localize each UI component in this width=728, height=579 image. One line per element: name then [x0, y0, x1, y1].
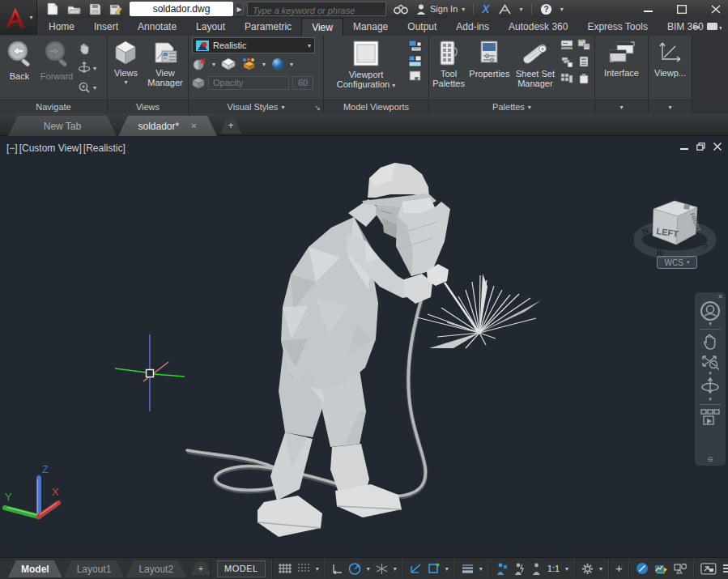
materials-icon[interactable]	[241, 57, 257, 70]
environment-icon[interactable]	[271, 57, 284, 70]
drawing-area[interactable]: Z Y X [−] [Custom View] [Realistic]	[0, 136, 728, 557]
command-line-icon[interactable]	[560, 39, 574, 53]
polar-caret-icon[interactable]: ▾	[367, 565, 370, 573]
title-expand-icon[interactable]: ▶	[235, 2, 244, 15]
new-drawing-button[interactable]: +	[220, 117, 241, 134]
markup-manager-icon[interactable]	[560, 73, 574, 87]
open-folder-icon[interactable]	[66, 2, 81, 16]
panel-label-model-viewports[interactable]: Model Viewports	[324, 100, 428, 113]
workspace-caret-icon[interactable]: ▾	[599, 565, 602, 573]
autodesk360-icon[interactable]	[498, 4, 512, 15]
view-control[interactable]: [Custom View]	[19, 143, 82, 154]
visual-style-control[interactable]: [Realistic]	[83, 143, 126, 154]
application-menu-button[interactable]: ▾	[0, 0, 37, 35]
maximize-button[interactable]	[675, 2, 689, 15]
orbit-caret-icon[interactable]: ▾	[93, 65, 96, 72]
isometric-caret-icon[interactable]: ▾	[394, 565, 397, 573]
zoom-extents-button[interactable]: ▾	[78, 78, 96, 97]
named-viewports-icon[interactable]	[408, 40, 422, 52]
navbar-customize-icon[interactable]: ⊖	[707, 455, 713, 463]
minimize-button[interactable]	[641, 2, 655, 15]
wcs-dropdown[interactable]: WCS▾	[657, 256, 697, 269]
tab-view[interactable]: View	[301, 18, 343, 36]
interface-button[interactable]: Interface	[598, 37, 645, 100]
materials-caret-icon[interactable]: ▾	[262, 61, 266, 68]
navbar-orbit-button[interactable]: ▾	[700, 376, 721, 402]
tab-addins[interactable]: Add-ins	[446, 18, 499, 36]
tab-overflow-icon[interactable]: ▸▸	[693, 23, 700, 31]
layout1-tab[interactable]: Layout1	[64, 560, 125, 577]
tray-plus-icon[interactable]: +	[615, 564, 623, 573]
visual-style-caret-icon[interactable]: ▾	[308, 42, 311, 49]
close-button[interactable]	[709, 2, 723, 15]
sign-in-caret-icon[interactable]: ▾	[462, 6, 465, 13]
navbar-pan-button[interactable]	[700, 332, 720, 351]
visual-style-dropdown[interactable]: Realistic ▾	[192, 37, 315, 53]
viewport-menu-control[interactable]: [−]	[6, 143, 18, 154]
lineweight-icon[interactable]	[462, 564, 474, 573]
restore-viewport-icon[interactable]	[408, 70, 422, 83]
forward-button[interactable]: Forward	[39, 37, 75, 100]
help-icon[interactable]: ?	[540, 3, 552, 15]
xray-mode-icon[interactable]	[221, 57, 236, 70]
selection-filtering-icon[interactable]	[674, 563, 688, 574]
back-button[interactable]: Back	[3, 37, 36, 100]
design-center-icon[interactable]	[577, 39, 591, 53]
customization-icon[interactable]	[722, 564, 728, 573]
vp-close-icon[interactable]	[713, 143, 722, 151]
file-tab-new[interactable]: New Tab	[8, 116, 117, 136]
new-file-icon[interactable]	[45, 2, 60, 16]
annotation-visibility-icon[interactable]	[496, 563, 508, 575]
annotation-autoscale-icon[interactable]	[513, 563, 526, 575]
ribbon-minimize-icon[interactable]: ▾	[707, 22, 722, 32]
zoom-caret-icon[interactable]: ▾	[93, 84, 96, 92]
panel-label-viewport-tools[interactable]: ▾	[649, 100, 692, 113]
showmotion-button[interactable]	[700, 407, 721, 427]
sign-in-button[interactable]: Sign In ▾	[416, 4, 465, 15]
object-snap-icon[interactable]	[428, 563, 440, 574]
annotation-scale-value[interactable]: 1:1	[547, 564, 560, 573]
model-space-toggle[interactable]: MODEL	[211, 560, 272, 578]
snap-mode-icon[interactable]	[297, 563, 310, 574]
shadows-caret-icon[interactable]: ▾	[212, 61, 215, 68]
osnap-caret-icon[interactable]: ▾	[445, 565, 449, 573]
annotation-scale-icon[interactable]	[531, 563, 542, 575]
navbar-close-icon[interactable]: ✕	[717, 293, 723, 300]
no-shadows-icon[interactable]	[192, 57, 206, 70]
new-layout-button[interactable]: +	[191, 562, 211, 575]
panel-label-views[interactable]: Views	[108, 100, 188, 113]
polar-tracking-icon[interactable]	[348, 563, 361, 575]
panel-label-palettes[interactable]: Palettes▾	[429, 100, 594, 113]
grid-display-icon[interactable]	[279, 563, 292, 574]
orbit-button[interactable]: ▾	[78, 58, 96, 78]
tab-insert[interactable]: Insert	[84, 18, 128, 36]
join-viewports-icon[interactable]	[408, 55, 422, 67]
navbar-zoom-button[interactable]: ▾	[700, 351, 721, 376]
object-snap-tracking-icon[interactable]	[410, 563, 422, 574]
tab-autodesk360[interactable]: Autodesk 360	[499, 18, 577, 36]
search-binoculars-icon[interactable]	[394, 4, 408, 15]
vp-restore-icon[interactable]	[696, 143, 705, 151]
help-caret-icon[interactable]: ▾	[560, 6, 564, 13]
workspace-gear-icon[interactable]	[581, 563, 594, 575]
clipboard-icon[interactable]	[577, 73, 591, 87]
clean-screen-icon[interactable]	[700, 563, 717, 575]
opacity-cube-icon[interactable]	[192, 77, 205, 89]
quickcalc-icon[interactable]	[577, 56, 591, 70]
search-input[interactable]	[248, 4, 385, 17]
ortho-mode-icon[interactable]	[332, 564, 343, 574]
views-button[interactable]: Views ▾	[111, 37, 141, 100]
save-as-icon[interactable]	[109, 2, 123, 16]
panel-label-visual-styles[interactable]: Visual Styles▾ ↘	[189, 100, 323, 113]
tab-express-tools[interactable]: Express Tools	[577, 18, 657, 36]
tab-home[interactable]: Home	[39, 18, 84, 36]
environment-caret-icon[interactable]: ▾	[290, 61, 293, 68]
external-refs-icon[interactable]	[560, 56, 574, 70]
save-icon[interactable]	[87, 2, 102, 16]
properties-button[interactable]: Properties	[469, 37, 510, 100]
file-tab-soldador[interactable]: soldador* ✕	[118, 116, 217, 136]
tab-annotate[interactable]: Annotate	[128, 18, 186, 36]
panel-label-navigate[interactable]: Navigate	[0, 100, 107, 113]
layout2-tab[interactable]: Layout2	[126, 560, 186, 577]
scale-caret-icon[interactable]: ▾	[565, 565, 568, 573]
